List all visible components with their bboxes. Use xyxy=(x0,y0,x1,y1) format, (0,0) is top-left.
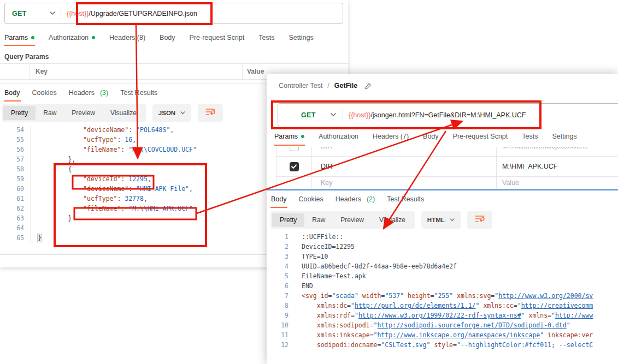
view-mode-visualize[interactable]: Visualize xyxy=(372,213,413,227)
tab-label: Params xyxy=(4,34,28,41)
line-content: UUID=a86bedcf-8d2f-44aa-9b8e-eeb78d6a4e2… xyxy=(295,261,457,271)
tab-body[interactable]: Body xyxy=(160,29,175,46)
code-line: 7<svg id="scada" width="537" height="255… xyxy=(267,291,618,301)
line-number: 62 xyxy=(0,204,24,213)
front-format-dropdown[interactable]: HTML xyxy=(421,211,461,229)
line-content: xmlns:dc="http://purl.org/dc/elements/1.… xyxy=(295,301,593,311)
line-number: 63 xyxy=(0,213,24,223)
tab-cookies[interactable]: Cookies xyxy=(299,192,323,206)
tab-tests[interactable]: Tests xyxy=(522,126,538,147)
tab-headers-7[interactable]: Headers (7) xyxy=(373,126,409,147)
front-url-bar[interactable]: GET {{host}}/jsongen.html?FN=GetFile&DIR… xyxy=(278,103,618,127)
tab-pre-request-script[interactable]: Pre-request Script xyxy=(453,126,508,147)
line-number: 60 xyxy=(0,184,24,194)
tab-params[interactable]: Params xyxy=(274,126,304,147)
param-value-cell[interactable]: Value xyxy=(497,179,618,187)
line-content: "ucfType": 16, xyxy=(30,135,136,145)
front-response-body[interactable]: 1::UCFFile::2DeviceID=122953TYPE=104UUID… xyxy=(267,232,618,350)
line-number: 10 xyxy=(267,320,289,330)
front-method-selector[interactable]: GET xyxy=(278,104,343,126)
code-line: 4UUID=a86bedcf-8d2f-44aa-9b8e-eeb78d6a4e… xyxy=(267,261,618,271)
line-content: "ucfType": 32778, xyxy=(30,194,148,204)
line-number: 7 xyxy=(267,291,289,301)
tab-settings[interactable]: Settings xyxy=(552,126,576,147)
view-mode-raw[interactable]: Raw xyxy=(304,213,333,227)
host-variable: {{host}} xyxy=(349,111,370,119)
param-value-cell[interactable]: M:\HMI_APK.UCF xyxy=(497,163,618,170)
back-url-input[interactable]: {{host}}/Upgrade/GETUPGRADEINFO.json xyxy=(67,10,197,17)
wrap-lines-button[interactable] xyxy=(198,104,223,122)
line-content: }, xyxy=(30,154,75,164)
view-mode-pretty[interactable]: Pretty xyxy=(272,213,304,227)
tab-params[interactable]: Params xyxy=(4,29,34,46)
breadcrumb-separator: / xyxy=(327,82,329,89)
tab-label: Cookies xyxy=(299,195,323,203)
checkbox-checked[interactable] xyxy=(290,162,299,171)
line-content: "fileName": "M:\\HMI_APK.UCF" xyxy=(30,204,193,213)
chevron-down-icon xyxy=(450,218,455,222)
view-mode-raw[interactable]: Raw xyxy=(36,106,64,120)
line-content: "deviceName": "POL648S", xyxy=(30,125,174,135)
tab-headers-8[interactable]: Headers (8) xyxy=(109,29,145,46)
line-number: 65 xyxy=(0,233,24,243)
divider xyxy=(61,7,61,20)
tab-tests[interactable]: Tests xyxy=(258,29,274,46)
line-number: 2 xyxy=(267,242,289,252)
tab-authorization[interactable]: Authorization xyxy=(49,29,95,46)
tab-label: Headers (7) xyxy=(373,133,409,140)
tab-count: (2) xyxy=(367,195,375,203)
checkbox-cell xyxy=(276,157,312,176)
front-url-input[interactable]: {{host}}/jsongen.html?FN=GetFile&DIR=M:\… xyxy=(349,111,526,119)
line-number: 9 xyxy=(267,311,289,320)
tab-settings[interactable]: Settings xyxy=(289,29,313,46)
front-response-toolbar: PrettyRawPreviewVisualize HTML xyxy=(270,211,492,229)
line-number: 57 xyxy=(0,154,24,164)
unsaved-changes-dot xyxy=(31,36,34,39)
key-column-header: Key xyxy=(30,64,243,79)
wrap-lines-button[interactable] xyxy=(467,211,492,229)
code-line: 9 xmlns:rdf="http://www.w3.org/1999/02/2… xyxy=(267,311,618,320)
code-line: 8 xmlns:dc="http://purl.org/dc/elements/… xyxy=(267,301,618,311)
tab-headers[interactable]: Headers(3) xyxy=(69,86,109,100)
view-mode-preview[interactable]: Preview xyxy=(64,106,103,120)
param-key-cell[interactable]: DIR xyxy=(312,157,497,176)
tab-authorization[interactable]: Authorization xyxy=(319,126,358,147)
line-content: "deviceId": 12295, xyxy=(30,174,151,184)
tab-cookies[interactable]: Cookies xyxy=(32,86,57,100)
view-mode-preview[interactable]: Preview xyxy=(333,213,372,227)
param-key-cell[interactable]: Key xyxy=(312,177,497,189)
line-number: 1 xyxy=(267,232,289,242)
front-request-tabs: ParamsAuthorizationHeaders (7)BodyPre-re… xyxy=(267,126,618,147)
host-variable: {{host}} xyxy=(67,10,89,17)
code-line: 12 sodipodi:docname="CSLTest.svg" style=… xyxy=(267,340,618,350)
view-mode-visualize[interactable]: Visualize xyxy=(103,106,144,120)
edit-name-icon[interactable] xyxy=(364,82,372,89)
breadcrumb-collection[interactable]: Controller Test xyxy=(279,82,322,89)
line-number: 56 xyxy=(0,145,24,154)
tab-test-results[interactable]: Test Results xyxy=(387,192,424,206)
line-number: 6 xyxy=(267,281,289,291)
back-url-bar[interactable]: GET {{host}}/Upgrade/GETUPGRADEINFO.json xyxy=(4,3,343,24)
tab-label: Authorization xyxy=(319,133,358,140)
view-mode-pretty[interactable]: Pretty xyxy=(3,106,36,120)
line-content: xmlns:inkscape="http://www.inkscape.org/… xyxy=(295,330,593,340)
tab-headers[interactable]: Headers(2) xyxy=(336,192,375,206)
tab-label: Body xyxy=(423,133,439,140)
tab-body[interactable]: Body xyxy=(4,86,20,100)
section-resize-divider[interactable] xyxy=(267,189,618,190)
tab-label: Pre-request Script xyxy=(453,133,508,140)
tab-body[interactable]: Body xyxy=(271,192,287,206)
method-label: GET xyxy=(301,111,316,119)
tab-pre-request-script[interactable]: Pre-request Script xyxy=(190,29,245,46)
tab-body[interactable]: Body xyxy=(423,126,439,147)
line-number: 61 xyxy=(0,194,24,204)
wrap-lines-icon xyxy=(475,215,485,225)
tab-label: Settings xyxy=(552,133,576,140)
tab-label: Body xyxy=(271,195,287,203)
code-line: 6END xyxy=(267,281,618,291)
unsaved-changes-dot xyxy=(92,36,95,39)
param-row: KeyValue xyxy=(276,177,618,189)
back-method-selector[interactable]: GET xyxy=(5,3,61,23)
back-format-dropdown[interactable]: JSON xyxy=(152,104,191,122)
tab-test-results[interactable]: Test Results xyxy=(120,86,157,100)
